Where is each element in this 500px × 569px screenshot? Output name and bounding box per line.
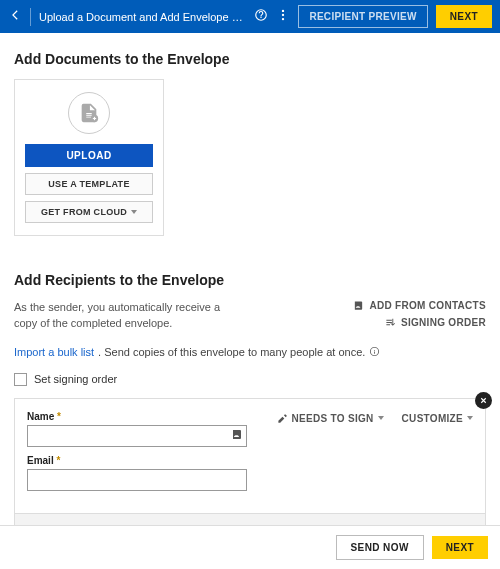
add-recipients-heading: Add Recipients to the Envelope bbox=[14, 272, 486, 288]
info-icon[interactable] bbox=[369, 346, 380, 359]
page-title: Upload a Document and Add Envelope Recip… bbox=[39, 11, 246, 23]
get-from-cloud-label: GET FROM CLOUD bbox=[41, 207, 127, 217]
add-from-contacts-label: ADD FROM CONTACTS bbox=[369, 300, 486, 311]
back-chevron-icon[interactable] bbox=[8, 8, 22, 25]
contacts-icon bbox=[353, 300, 364, 311]
name-input[interactable] bbox=[27, 425, 247, 447]
use-template-button[interactable]: USE A TEMPLATE bbox=[25, 173, 153, 195]
customize-button[interactable]: CUSTOMIZE bbox=[402, 413, 473, 424]
send-now-button[interactable]: SEND NOW bbox=[336, 535, 424, 560]
remove-recipient-button[interactable] bbox=[475, 392, 492, 409]
sign-icon bbox=[277, 413, 288, 424]
chevron-down-icon bbox=[131, 210, 137, 214]
svg-point-0 bbox=[282, 10, 284, 12]
signing-order-icon bbox=[385, 317, 396, 328]
sender-note: As the sender, you automatically receive… bbox=[14, 300, 244, 332]
import-rest-text: . Send copies of this envelope to many p… bbox=[98, 346, 365, 358]
signing-order-button[interactable]: SIGNING ORDER bbox=[385, 317, 486, 328]
set-signing-order-label: Set signing order bbox=[34, 373, 117, 385]
import-bulk-list-link[interactable]: Import a bulk list bbox=[14, 346, 94, 358]
next-top-button[interactable]: NEXT bbox=[436, 5, 492, 28]
divider bbox=[30, 8, 31, 26]
get-from-cloud-button[interactable]: GET FROM CLOUD bbox=[25, 201, 153, 223]
recipient-card: Name * Email * NEEDS TO S bbox=[14, 398, 486, 514]
recipient-preview-button[interactable]: RECIPIENT PREVIEW bbox=[298, 5, 427, 28]
help-icon[interactable] bbox=[254, 8, 268, 25]
email-label: Email * bbox=[27, 455, 247, 466]
needs-to-sign-label: NEEDS TO SIGN bbox=[292, 413, 374, 424]
document-add-icon bbox=[68, 92, 110, 134]
add-from-contacts-button[interactable]: ADD FROM CONTACTS bbox=[353, 300, 486, 311]
svg-point-1 bbox=[282, 14, 284, 16]
svg-point-2 bbox=[282, 18, 284, 20]
customize-label: CUSTOMIZE bbox=[402, 413, 463, 424]
contact-picker-icon[interactable] bbox=[231, 428, 243, 443]
set-signing-order-checkbox[interactable] bbox=[14, 373, 27, 386]
needs-to-sign-button[interactable]: NEEDS TO SIGN bbox=[277, 413, 384, 424]
next-bottom-button[interactable]: NEXT bbox=[432, 536, 488, 559]
upload-card: UPLOAD USE A TEMPLATE GET FROM CLOUD bbox=[14, 79, 164, 236]
chevron-down-icon bbox=[378, 416, 384, 420]
email-input[interactable] bbox=[27, 469, 247, 491]
chevron-down-icon bbox=[467, 416, 473, 420]
name-label: Name * bbox=[27, 411, 247, 422]
more-options-icon[interactable] bbox=[276, 8, 290, 25]
use-template-label: USE A TEMPLATE bbox=[48, 179, 129, 189]
close-icon bbox=[479, 396, 488, 405]
footer-bar: SEND NOW NEXT bbox=[0, 525, 500, 569]
upload-button[interactable]: UPLOAD bbox=[25, 144, 153, 167]
add-documents-heading: Add Documents to the Envelope bbox=[14, 51, 486, 67]
signing-order-label: SIGNING ORDER bbox=[401, 317, 486, 328]
